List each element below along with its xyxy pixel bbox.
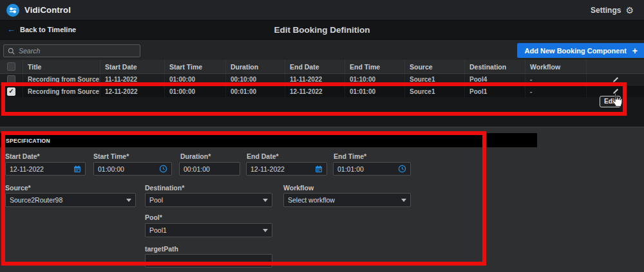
search-box[interactable] bbox=[3, 44, 140, 57]
start-time-field[interactable] bbox=[93, 162, 172, 176]
cell-workflow: - bbox=[525, 74, 586, 85]
cell-start-time: 01:00:00 bbox=[164, 74, 225, 85]
edit-row-button[interactable] bbox=[586, 74, 644, 85]
pool-dropdown-value: Pool1 bbox=[149, 226, 167, 234]
chevron-down-icon bbox=[126, 199, 131, 202]
select-all-checkbox[interactable]: ✓ bbox=[7, 62, 15, 71]
settings-button[interactable]: Settings ⚙ bbox=[591, 6, 644, 15]
tab-strip: SPECIFICATION bbox=[0, 133, 537, 147]
pencil-icon bbox=[612, 76, 620, 84]
cell-destination: Pool4 bbox=[464, 74, 525, 85]
cell-end-date: 12-11-2022 bbox=[285, 86, 345, 97]
start-date-field[interactable] bbox=[5, 162, 86, 176]
cell-title: Recording from Source1 on Pool1 bbox=[23, 86, 100, 97]
end-time-label: End Time* bbox=[334, 152, 366, 160]
pool-dropdown[interactable]: Pool1 bbox=[145, 223, 272, 237]
cell-title: Recording from Source1 on Pool4 bbox=[23, 74, 100, 85]
calendar-icon[interactable] bbox=[315, 165, 323, 173]
row-checkbox[interactable]: ✓ bbox=[7, 75, 15, 84]
search-input[interactable] bbox=[19, 47, 136, 55]
col-source: Source bbox=[404, 60, 464, 73]
cell-duration: 00:10:00 bbox=[225, 74, 285, 85]
specification-section: SPECIFICATION Start Date* Start Time* Du… bbox=[0, 127, 644, 272]
clock-icon[interactable] bbox=[398, 165, 406, 173]
destination-dropdown-value: Pool bbox=[149, 196, 163, 204]
add-new-booking-component-button[interactable]: Add New Booking Component + bbox=[517, 43, 644, 58]
target-path-label: targetPath bbox=[145, 245, 178, 253]
col-end-time: End Time bbox=[345, 60, 404, 73]
flow-icon bbox=[8, 6, 17, 15]
end-date-field[interactable] bbox=[246, 162, 327, 176]
app-title: VidiControl bbox=[24, 5, 71, 15]
source-dropdown[interactable]: Source2Router98 bbox=[5, 193, 136, 207]
cell-end-time: 01:01:00 bbox=[345, 86, 404, 97]
back-link-label: Back to Timeline bbox=[20, 26, 76, 33]
booking-components-table: ✓ Title Start Date Start Time Duration E… bbox=[0, 60, 644, 127]
table-row[interactable]: ✓ Recording from Source1 on Pool4 11-11-… bbox=[0, 74, 644, 86]
col-workflow: Workflow bbox=[525, 60, 586, 73]
col-start-time: Start Time bbox=[164, 60, 225, 73]
target-path-input[interactable] bbox=[149, 257, 268, 265]
destination-dropdown[interactable]: Pool bbox=[145, 193, 272, 207]
workflow-dropdown[interactable]: Select workflow bbox=[283, 193, 411, 207]
nav-bar: Edit Booking Definition ← Back to Timeli… bbox=[0, 21, 644, 40]
end-date-label: End Date* bbox=[247, 152, 279, 160]
plus-icon: + bbox=[632, 48, 638, 54]
page-title: Edit Booking Definition bbox=[0, 25, 644, 35]
source-label: Source* bbox=[5, 184, 31, 192]
add-button-label: Add New Booking Component bbox=[525, 47, 627, 55]
mouse-cursor-icon bbox=[609, 92, 625, 111]
cell-end-date: 11-11-2022 bbox=[285, 74, 345, 85]
vidicontrol-app: VidiControl Settings ⚙ Edit Booking Defi… bbox=[0, 0, 644, 272]
start-time-input[interactable] bbox=[98, 165, 155, 173]
top-bar: VidiControl Settings ⚙ bbox=[0, 0, 644, 21]
col-duration: Duration bbox=[225, 60, 285, 73]
cell-start-date: 11-11-2022 bbox=[100, 74, 164, 85]
clock-icon[interactable] bbox=[159, 165, 167, 173]
duration-label: Duration* bbox=[180, 152, 211, 160]
workflow-label: Workflow bbox=[283, 184, 314, 192]
cell-source: Source1 bbox=[404, 86, 464, 97]
chevron-down-icon bbox=[401, 199, 406, 202]
start-date-input[interactable] bbox=[10, 165, 70, 173]
toolbar: Add New Booking Component + bbox=[0, 40, 644, 60]
target-path-field[interactable] bbox=[145, 254, 272, 267]
back-arrow-icon: ← bbox=[7, 26, 15, 33]
back-to-timeline-link[interactable]: ← Back to Timeline bbox=[7, 26, 76, 33]
tab-specification[interactable]: SPECIFICATION bbox=[3, 133, 50, 147]
end-time-input[interactable] bbox=[337, 165, 394, 173]
source-dropdown-value: Source2Router98 bbox=[10, 196, 62, 204]
end-time-field[interactable] bbox=[333, 162, 411, 176]
table-row[interactable]: ✓ Recording from Source1 on Pool1 12-11-… bbox=[0, 86, 644, 97]
row-checkbox[interactable]: ✓ bbox=[7, 87, 15, 96]
col-start-date: Start Date bbox=[100, 60, 164, 73]
end-date-input[interactable] bbox=[251, 165, 311, 173]
duration-input[interactable] bbox=[184, 165, 236, 173]
pool-label: Pool* bbox=[145, 213, 162, 221]
search-icon bbox=[8, 48, 15, 55]
chevron-down-icon bbox=[263, 199, 268, 202]
gear-icon: ⚙ bbox=[625, 6, 634, 15]
col-end-date: End Date bbox=[285, 60, 345, 73]
col-actions bbox=[586, 60, 644, 73]
cell-duration: 00:01:00 bbox=[225, 86, 285, 97]
col-title: Title bbox=[23, 60, 100, 73]
vidicontrol-logo-icon bbox=[6, 4, 19, 17]
cell-workflow: - bbox=[525, 86, 586, 97]
chevron-down-icon bbox=[263, 229, 268, 232]
cell-start-date: 12-11-2022 bbox=[100, 86, 164, 97]
settings-label: Settings bbox=[591, 6, 621, 15]
cell-start-time: 01:00:00 bbox=[164, 86, 225, 97]
destination-label: Destination* bbox=[145, 184, 184, 192]
start-time-label: Start Time* bbox=[93, 152, 129, 160]
cell-source: Source1 bbox=[404, 74, 464, 85]
table-header-row: ✓ Title Start Date Start Time Duration E… bbox=[0, 60, 644, 74]
col-destination: Destination bbox=[464, 60, 525, 73]
workflow-dropdown-value: Select workflow bbox=[288, 196, 335, 204]
duration-field[interactable] bbox=[179, 162, 240, 176]
cell-destination: Pool1 bbox=[464, 86, 525, 97]
cell-end-time: 01:10:00 bbox=[345, 74, 404, 85]
start-date-label: Start Date* bbox=[5, 152, 40, 160]
calendar-icon[interactable] bbox=[73, 165, 81, 173]
